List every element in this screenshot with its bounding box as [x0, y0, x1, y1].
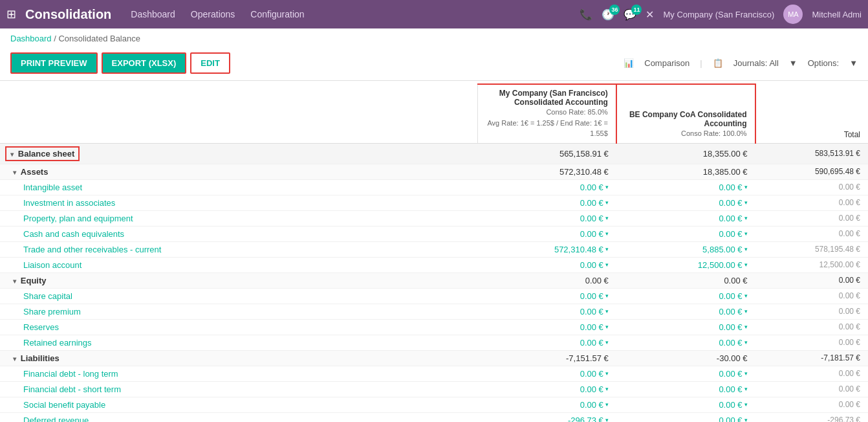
col1-value[interactable]: 0.00 € ▾ [477, 319, 616, 335]
col1-value[interactable]: 0.00 € ▾ [477, 397, 616, 412]
col2-value[interactable]: 0.00 € ▾ [616, 412, 755, 422]
expand-arrow-icon[interactable]: ▾ [605, 293, 609, 299]
col1-value[interactable]: 0.00 € ▾ [477, 257, 616, 272]
total-value: 12,500.00 € [755, 257, 868, 272]
table-row: Trade and other receivables - current572… [0, 241, 868, 257]
nav-right: 📞 🕐 36 💬 11 ✕ My Company (San Francisco)… [580, 5, 862, 24]
col1-value[interactable]: 572,310.48 € ▾ [477, 241, 616, 257]
chevron-icon[interactable]: ▾ [13, 169, 18, 176]
col2-value: 0.00 € [616, 272, 755, 288]
journals-button[interactable]: Journals: All [733, 58, 779, 68]
col2-value[interactable]: 12,500.00 € ▾ [616, 257, 755, 272]
total-value: 583,513.91 € [755, 143, 868, 164]
table-row: Social benefit payable0.00 € ▾0.00 € ▾0.… [0, 397, 868, 412]
expand-arrow-icon[interactable]: ▾ [744, 308, 748, 315]
expand-arrow-icon[interactable]: ▾ [744, 417, 748, 422]
table-row: Financial debt - short term0.00 € ▾0.00 … [0, 381, 868, 397]
col2-value[interactable]: 0.00 € ▾ [616, 397, 755, 412]
expand-arrow-icon[interactable]: ▾ [605, 339, 609, 346]
expand-arrow-icon[interactable]: ▾ [605, 261, 609, 268]
row-label: Trade and other receivables - current [0, 241, 477, 257]
close-icon[interactable]: ✕ [646, 8, 654, 21]
col2-value[interactable]: 0.00 € ▾ [616, 335, 755, 350]
expand-arrow-icon[interactable]: ▾ [744, 230, 748, 237]
message-button[interactable]: 💬 11 [624, 8, 636, 21]
grid-menu-icon[interactable]: ⊞ [6, 7, 16, 21]
app-title: Consolidation [25, 7, 111, 22]
col2-value[interactable]: 0.00 € ▾ [616, 304, 755, 319]
phone-icon[interactable]: 📞 [580, 8, 592, 21]
row-label: Share capital [0, 288, 477, 304]
expand-arrow-icon[interactable]: ▾ [744, 184, 748, 190]
expand-arrow-icon[interactable]: ▾ [744, 293, 748, 299]
expand-arrow-icon[interactable]: ▾ [605, 308, 609, 315]
row-label: Intangible asset [0, 179, 477, 195]
expand-arrow-icon[interactable]: ▾ [744, 261, 748, 268]
total-value: 0.00 € [755, 210, 868, 226]
options-button[interactable]: Options: [808, 58, 839, 68]
avatar[interactable]: MA [783, 5, 803, 24]
expand-arrow-icon[interactable]: ▾ [605, 184, 609, 190]
expand-arrow-icon[interactable]: ▾ [605, 215, 609, 221]
breadcrumb-dashboard[interactable]: Dashboard [10, 34, 52, 43]
nav-configuration[interactable]: Configuration [250, 9, 304, 19]
col1-value[interactable]: 0.00 € ▾ [477, 335, 616, 350]
col2-value[interactable]: 0.00 € ▾ [616, 288, 755, 304]
expand-arrow-icon[interactable]: ▾ [605, 417, 609, 422]
expand-arrow-icon[interactable]: ▾ [744, 215, 748, 221]
col2-value[interactable]: 0.00 € ▾ [616, 195, 755, 210]
col2-value[interactable]: 0.00 € ▾ [616, 381, 755, 397]
expand-arrow-icon[interactable]: ▾ [605, 370, 609, 377]
table-row: Intangible asset0.00 € ▾0.00 € ▾0.00 € [0, 179, 868, 195]
col1-value[interactable]: 0.00 € ▾ [477, 195, 616, 210]
expand-arrow-icon[interactable]: ▾ [744, 324, 748, 330]
table-row: Reserves0.00 € ▾0.00 € ▾0.00 € [0, 319, 868, 335]
expand-arrow-icon[interactable]: ▾ [605, 401, 609, 408]
chevron-icon[interactable]: ▾ [13, 278, 18, 285]
journals-icon: 📋 [713, 58, 723, 68]
table-row: ▾ Balance sheet565,158.91 €18,355.00 €58… [0, 143, 868, 164]
nav-operations[interactable]: Operations [191, 9, 235, 19]
row-label: Reserves [0, 319, 477, 335]
col2-value[interactable]: 0.00 € ▾ [616, 226, 755, 241]
expand-arrow-icon[interactable]: ▾ [744, 199, 748, 206]
total-value: 0.00 € [755, 319, 868, 335]
col1-value[interactable]: 0.00 € ▾ [477, 304, 616, 319]
expand-arrow-icon[interactable]: ▾ [605, 324, 609, 330]
col2-value[interactable]: 0.00 € ▾ [616, 179, 755, 195]
total-value: 578,195.48 € [755, 241, 868, 257]
col1-value[interactable]: 0.00 € ▾ [477, 366, 616, 381]
col2-value[interactable]: 0.00 € ▾ [616, 210, 755, 226]
col1-value[interactable]: 0.00 € ▾ [477, 210, 616, 226]
row-label: Deferred revenue [0, 412, 477, 422]
col1-value[interactable]: 0.00 € ▾ [477, 179, 616, 195]
print-preview-button[interactable]: PRINT PREVIEW [10, 52, 98, 74]
activity-button[interactable]: 🕐 36 [602, 8, 614, 21]
edit-button[interactable]: EDIT [190, 52, 230, 74]
col1-value[interactable]: 0.00 € ▾ [477, 226, 616, 241]
expand-arrow-icon[interactable]: ▾ [605, 230, 609, 237]
expand-arrow-icon[interactable]: ▾ [744, 370, 748, 377]
row-label: Financial debt - short term [0, 381, 477, 397]
expand-arrow-icon[interactable]: ▾ [744, 386, 748, 392]
col2-value[interactable]: 0.00 € ▾ [616, 319, 755, 335]
expand-arrow-icon[interactable]: ▾ [605, 246, 609, 252]
comparison-button[interactable]: Comparison [644, 58, 689, 68]
expand-arrow-icon[interactable]: ▾ [744, 246, 748, 252]
nav-dashboard[interactable]: Dashboard [131, 9, 175, 19]
col1-header: My Company (San Francisco) Consolidated … [477, 84, 616, 143]
total-value: -296.73 € [755, 412, 868, 422]
col1-value[interactable]: 0.00 € ▾ [477, 288, 616, 304]
chevron-icon[interactable]: ▾ [13, 355, 18, 362]
expand-arrow-icon[interactable]: ▾ [605, 199, 609, 206]
col2-value[interactable]: 5,885.00 € ▾ [616, 241, 755, 257]
col2-value[interactable]: 0.00 € ▾ [616, 366, 755, 381]
expand-arrow-icon[interactable]: ▾ [744, 401, 748, 408]
export-xlsx-button[interactable]: EXPORT (XLSX) [102, 52, 187, 74]
expand-arrow-icon[interactable]: ▾ [744, 339, 748, 346]
total-value: 0.00 € [755, 397, 868, 412]
expand-arrow-icon[interactable]: ▾ [605, 386, 609, 392]
col1-value[interactable]: 0.00 € ▾ [477, 381, 616, 397]
col1-value[interactable]: -296.73 € ▾ [477, 412, 616, 422]
chevron-icon[interactable]: ▾ [10, 151, 16, 158]
